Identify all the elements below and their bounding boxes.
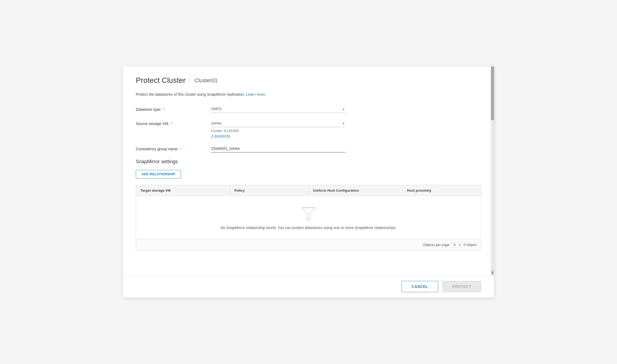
source-storage-vm-label: Source storage VM: * <box>136 119 211 126</box>
dialog-footer: CANCEL PROTECT <box>123 275 494 298</box>
scroll-down-arrow[interactable]: ▼ <box>491 270 494 275</box>
source-storage-vm-select[interactable]: zonea <box>211 119 346 127</box>
source-storage-vm-control: zonea ▾ Cluster: E13A300 2 datastores <box>211 119 346 138</box>
snapmirror-section: SnapMirror settings ADD RELATIONSHIP Tar… <box>136 159 481 251</box>
datastore-type-row: Datastore type: * VMFS ▾ <box>136 105 481 113</box>
source-vm-select-wrapper: zonea ▾ <box>211 119 346 127</box>
per-page-wrapper: 5 ▾ <box>452 242 462 248</box>
per-page-select[interactable]: 5 <box>452 242 462 248</box>
table-body-empty: No SnapMirror relationship found. You ca… <box>136 196 481 239</box>
table-col-policy: Policy <box>230 185 309 196</box>
empty-state-message: No SnapMirror relationship found. You ca… <box>220 226 396 230</box>
consistency-group-input[interactable] <box>211 145 346 152</box>
datastores-link[interactable]: 2 datastores <box>211 134 231 138</box>
title-row: Protect Cluster Cluster01 <box>136 76 481 85</box>
scrollbar-track[interactable]: ▲ ▼ <box>491 66 494 275</box>
consistency-group-row: Consistency group name: * <box>136 145 481 152</box>
consistency-group-label: Consistency group name: * <box>136 145 211 151</box>
consistency-group-control <box>211 145 346 152</box>
add-relationship-button[interactable]: ADD RELATIONSHIP <box>136 170 181 179</box>
table-col-target: Target storage VM <box>136 185 230 196</box>
empty-funnel-icon <box>300 205 317 222</box>
required-star-2: * <box>171 122 172 126</box>
objects-per-page-label: Objects per page <box>423 243 450 247</box>
scrollbar-thumb[interactable] <box>491 66 494 120</box>
cluster-info: Cluster: E13A300 <box>211 129 346 133</box>
table-col-host: Host proximity <box>403 185 481 196</box>
table-col-uniform: Uniform Host Configuration <box>309 185 403 196</box>
datastore-type-select-wrapper: VMFS ▾ <box>211 105 346 113</box>
required-star-3: * <box>180 147 182 151</box>
learn-more-link[interactable]: Learn more <box>246 92 265 97</box>
svg-marker-0 <box>302 208 315 219</box>
protect-cluster-dialog: ▲ ▼ Protect Cluster Cluster01 Protect th… <box>123 66 494 298</box>
datastore-type-control: VMFS ▾ <box>211 105 346 113</box>
datastore-type-label: Datastore type: * <box>136 105 211 112</box>
table-footer: Objects per page 5 ▾ 0 Object <box>136 239 481 250</box>
protect-button[interactable]: PROTECT <box>442 281 481 292</box>
snapmirror-section-title: SnapMirror settings <box>136 159 481 165</box>
source-storage-vm-row: Source storage VM: * zonea ▾ Cluster: E1… <box>136 119 481 138</box>
cancel-button[interactable]: CANCEL <box>402 281 438 292</box>
description-text: Protect the datastores of this cluster u… <box>136 92 481 97</box>
object-count: 0 Object <box>464 243 477 247</box>
datastore-type-select[interactable]: VMFS <box>211 105 346 113</box>
table-header: Target storage VM Policy Uniform Host Co… <box>136 185 481 196</box>
dialog-body: ▲ ▼ Protect Cluster Cluster01 Protect th… <box>123 66 494 275</box>
snapmirror-table: Target storage VM Policy Uniform Host Co… <box>136 185 481 251</box>
title-divider <box>190 77 190 84</box>
dialog-subtitle: Cluster01 <box>194 77 218 84</box>
required-star: * <box>163 107 164 112</box>
dialog-title: Protect Cluster <box>136 76 186 85</box>
